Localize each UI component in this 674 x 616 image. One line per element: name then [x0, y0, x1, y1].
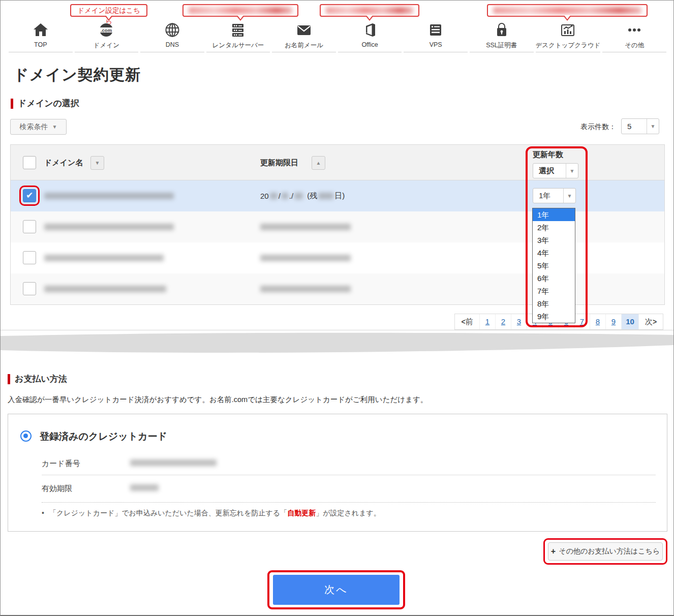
- nav-item-top[interactable]: TOP: [9, 12, 73, 52]
- chart-icon: [536, 21, 601, 39]
- next-button[interactable]: 次へ: [273, 575, 400, 605]
- year-option[interactable]: 2年: [533, 221, 575, 234]
- redacted-expiry: [130, 484, 159, 491]
- display-count-label: 表示件数：: [580, 122, 616, 132]
- svg-text:.com: .com: [101, 27, 112, 33]
- row-checkbox-checked[interactable]: ✔: [23, 189, 36, 202]
- display-count-select[interactable]: 5 ▼: [621, 118, 659, 134]
- window-icon: [404, 21, 468, 39]
- dotted-divider: [42, 502, 656, 503]
- nav-label: VPS: [404, 41, 468, 48]
- pagination-page[interactable]: 7: [574, 314, 590, 329]
- nav-label: その他: [602, 41, 666, 50]
- pagination-page[interactable]: 3: [511, 314, 527, 329]
- redacted-card-number: [130, 459, 217, 466]
- nav-label: Office: [338, 41, 402, 48]
- chevron-down-icon: ▼: [563, 189, 575, 203]
- server-icon: [206, 21, 270, 39]
- pagination-current-page[interactable]: 10: [621, 314, 638, 329]
- pagination-page[interactable]: 9: [605, 314, 621, 329]
- redacted-text: [282, 193, 288, 199]
- redacted-text: [326, 7, 413, 14]
- bullet-icon: •: [42, 509, 44, 517]
- heading-accent-bar: [11, 99, 13, 109]
- section-divider-line: [1, 330, 674, 330]
- renewal-date: 20 / ./ (残 日): [260, 191, 345, 201]
- redacted-domain-name: [44, 224, 174, 230]
- nav-item-mail[interactable]: お名前メール: [272, 12, 336, 52]
- field-divider: [42, 475, 656, 475]
- nav-item-ssl[interactable]: SSL証明書: [470, 12, 534, 52]
- nav-item-other[interactable]: その他: [602, 12, 666, 52]
- torn-page-separator: [1, 332, 674, 355]
- domain-sort-button[interactable]: ▼: [90, 156, 104, 170]
- redacted-text: [318, 193, 333, 199]
- year-option[interactable]: 9年: [533, 310, 575, 323]
- payment-heading: お支払い方法: [8, 373, 67, 385]
- redacted-callout: [320, 4, 419, 17]
- home-icon: [9, 21, 73, 39]
- year-dropdown-list: 1年 2年 3年 4年 5年 6年 7年 8年 9年: [532, 208, 575, 323]
- page-title: ドメイン契約更新: [13, 65, 141, 85]
- redacted-date: [260, 224, 351, 230]
- card-number-label: カード番号: [42, 459, 80, 469]
- nav-label: お名前メール: [272, 41, 336, 50]
- pagination-page[interactable]: 2: [495, 314, 511, 329]
- redacted-date: [260, 286, 351, 292]
- auto-renewal-note: •「クレジットカード」でお申込みいただいた場合、更新忘れを防止する「自動更新」が…: [42, 509, 381, 518]
- nav-label: ドメイン: [75, 41, 139, 50]
- year-option[interactable]: 7年: [533, 285, 575, 297]
- registered-card-radio[interactable]: [20, 430, 32, 442]
- row-checkbox[interactable]: [23, 220, 36, 233]
- expiry-label: 有効期限: [42, 484, 72, 494]
- row-year-select[interactable]: 1年 ▼: [533, 188, 576, 203]
- domain-settings-callout: ドメイン設定はこちら: [70, 4, 147, 17]
- lock-icon: [470, 21, 534, 39]
- ellipsis-icon: [602, 21, 666, 39]
- nav-label: DNS: [140, 41, 204, 48]
- nav-label: デスクトップクラウド: [536, 41, 601, 50]
- year-option[interactable]: 3年: [533, 234, 575, 247]
- domain-select-heading: ドメインの選択: [11, 98, 79, 109]
- column-renewal-deadline: 更新期限日: [260, 158, 298, 168]
- chevron-left-icon: <: [461, 318, 465, 326]
- chevron-right-icon: >: [653, 318, 657, 326]
- mail-icon: [272, 21, 336, 39]
- chevron-down-icon: ▼: [647, 119, 659, 134]
- pagination-page[interactable]: 8: [590, 314, 605, 329]
- chevron-down-icon: ▼: [566, 164, 578, 178]
- redacted-domain-name: [44, 255, 164, 261]
- search-conditions-button[interactable]: 検索条件 ▼: [10, 119, 67, 135]
- year-option[interactable]: 6年: [533, 272, 575, 285]
- redacted-text: [493, 7, 641, 14]
- redacted-date: [260, 255, 351, 261]
- nav-label: レンタルサーバー: [206, 41, 270, 50]
- row-checkbox[interactable]: [23, 282, 36, 295]
- nav-item-dns[interactable]: DNS: [140, 12, 204, 52]
- pagination-next[interactable]: 次>: [638, 314, 663, 329]
- column-renewal-years: 更新年数: [533, 150, 563, 160]
- nav-item-vps[interactable]: VPS: [404, 12, 468, 52]
- year-option[interactable]: 8年: [533, 297, 575, 310]
- year-option[interactable]: 4年: [533, 247, 575, 259]
- pagination-prev[interactable]: <前: [455, 314, 479, 329]
- redacted-callout: [182, 4, 298, 17]
- other-payment-methods-button[interactable]: + その他のお支払い方法はこちら: [548, 542, 663, 561]
- pagination-page[interactable]: 1: [479, 314, 495, 329]
- bulk-year-select[interactable]: 選択 ▼: [533, 163, 578, 178]
- nav-label: TOP: [9, 41, 73, 48]
- heading-accent-bar: [8, 374, 10, 384]
- domain-renewal-page: { "nav": { "tooltip_domain": "ドメイン設定はこちら…: [0, 0, 674, 616]
- row-checkbox[interactable]: [23, 251, 36, 264]
- redacted-text: [189, 7, 292, 14]
- office-icon: [338, 21, 402, 39]
- column-domain-name: ドメイン名: [44, 158, 83, 168]
- redacted-domain-name: [44, 286, 166, 292]
- payment-description: 入金確認が一番早いクレジットカード決済がおすすめです。お名前.comでは主要なク…: [8, 395, 427, 405]
- plus-icon: +: [551, 547, 556, 556]
- redacted-text: [294, 193, 303, 199]
- select-all-checkbox[interactable]: [23, 156, 36, 169]
- deadline-sort-button[interactable]: ▲: [312, 156, 325, 170]
- year-option-selected[interactable]: 1年: [533, 208, 575, 221]
- year-option[interactable]: 5年: [533, 259, 575, 272]
